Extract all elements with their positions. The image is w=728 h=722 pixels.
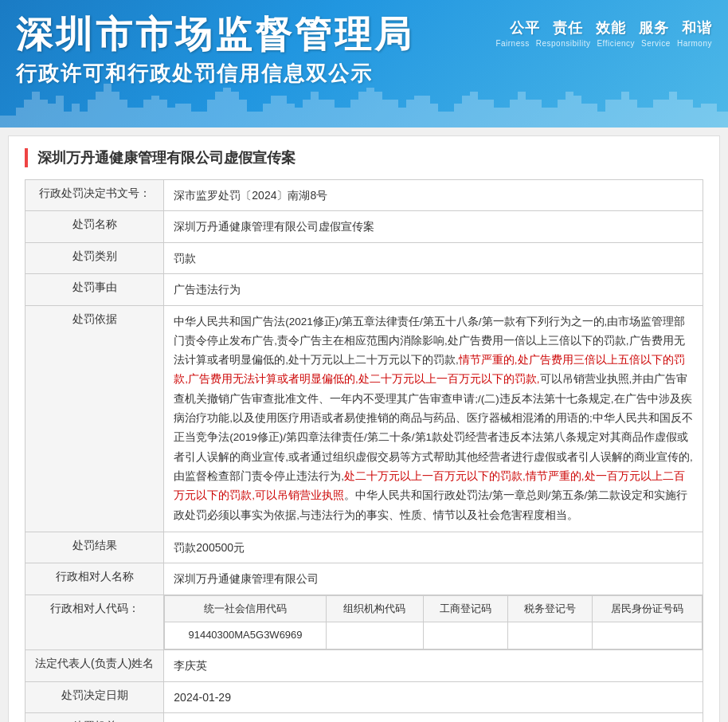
table-row-punishment-type: 处罚类别 罚款 xyxy=(25,242,703,273)
value-en-responsibility: Responsibility xyxy=(536,39,591,48)
case-title: 深圳万丹通健康管理有限公司虚假宣传案 xyxy=(25,148,703,167)
value-responsibility: 责任 xyxy=(553,18,583,37)
value-decision-date: 2024-01-29 xyxy=(164,681,703,712)
main-title: 深圳市市场监督管理局 xyxy=(16,14,495,55)
table-row-counterpart-name: 行政相对人名称 深圳万丹通健康管理有限公司 xyxy=(25,563,703,594)
table-row-punishment-name: 处罚名称 深圳万丹通健康管理有限公司虚假宣传案 xyxy=(25,211,703,242)
table-row-decision-number: 行政处罚决定书文号： 深市监罗处罚〔2024〕南湖8号 xyxy=(25,180,703,211)
value-en-harmony: Harmony xyxy=(677,39,712,48)
value-legal-rep: 李庆英 xyxy=(164,650,703,681)
table-row-authority: 处罚机关 深圳市场监督管理局罗湖监管局 xyxy=(25,712,703,722)
svg-marker-1 xyxy=(0,84,728,128)
basis-text: 中华人民共和国广告法(2021修正)/第五章法律责任/第五十八条/第一款有下列行… xyxy=(174,312,693,525)
label-decision-number: 行政处罚决定书文号： xyxy=(25,180,164,211)
value-en-efficiency: Efficiency xyxy=(597,39,635,48)
label-decision-date: 处罚决定日期 xyxy=(25,681,164,712)
value-harmony: 和谐 xyxy=(682,18,712,37)
value-punishment-name: 深圳万丹通健康管理有限公司虚假宣传案 xyxy=(164,211,703,242)
table-row-counterpart-code: 行政相对人代码： 统一社会信用代码 组织机构代码 工商登记码 税务登记号 居民身… xyxy=(25,594,703,650)
label-authority: 处罚机关 xyxy=(25,712,164,722)
header-values: 公平 责任 效能 服务 和谐 Fairness Responsibility E… xyxy=(495,14,712,48)
label-punishment-name: 处罚名称 xyxy=(25,211,164,242)
table-row-punishment-basis: 处罚依据 中华人民共和国广告法(2021修正)/第五章法律责任/第五十八条/第一… xyxy=(25,305,703,532)
value-punishment-reason: 广告违法行为 xyxy=(164,274,703,305)
table-row-legal-rep: 法定代表人(负责人)姓名 李庆英 xyxy=(25,650,703,681)
table-row-punishment-reason: 处罚事由 广告违法行为 xyxy=(25,274,703,305)
sub-value-tax xyxy=(507,622,592,649)
value-efficiency: 效能 xyxy=(596,18,626,37)
label-punishment-basis: 处罚依据 xyxy=(25,305,164,532)
sub-value-org xyxy=(326,622,423,649)
sub-header-biz: 工商登记码 xyxy=(423,595,507,622)
value-decision-number: 深市监罗处罚〔2024〕南湖8号 xyxy=(164,180,703,211)
value-fairness: 公平 xyxy=(510,18,540,37)
table-row-decision-date: 处罚决定日期 2024-01-29 xyxy=(25,681,703,712)
table-row-punishment-result: 处罚结果 罚款200500元 xyxy=(25,532,703,563)
label-punishment-result: 处罚结果 xyxy=(25,532,164,563)
sub-value-biz xyxy=(423,622,507,649)
value-punishment-result: 罚款200500元 xyxy=(164,532,703,563)
value-authority: 深圳市场监督管理局罗湖监管局 xyxy=(164,712,703,722)
sub-header-org: 组织机构代码 xyxy=(326,595,423,622)
sub-header-tax: 税务登记号 xyxy=(507,595,592,622)
label-legal-rep: 法定代表人(负责人)姓名 xyxy=(25,650,164,681)
sub-table-codes: 统一社会信用代码 组织机构代码 工商登记码 税务登记号 居民身份证号码 9144… xyxy=(164,595,703,650)
header-titles: 深圳市市场监督管理局 行政许可和行政处罚信用信息双公示 xyxy=(16,14,495,88)
sub-table-values-row: 91440300MA5G3W6969 xyxy=(165,622,703,649)
header: 深圳市市场监督管理局 行政许可和行政处罚信用信息双公示 公平 责任 效能 服务 … xyxy=(0,0,728,128)
sub-title: 行政许可和行政处罚信用信息双公示 xyxy=(16,60,495,88)
value-service: 服务 xyxy=(639,18,669,37)
sub-table-header-row: 统一社会信用代码 组织机构代码 工商登记码 税务登记号 居民身份证号码 xyxy=(165,595,703,622)
info-table: 行政处罚决定书文号： 深市监罗处罚〔2024〕南湖8号 处罚名称 深圳万丹通健康… xyxy=(25,179,703,722)
main-content: 深圳万丹通健康管理有限公司虚假宣传案 行政处罚决定书文号： 深市监罗处罚〔202… xyxy=(8,135,720,722)
sub-header-id: 居民身份证号码 xyxy=(592,595,702,622)
label-counterpart-name: 行政相对人名称 xyxy=(25,563,164,594)
sub-header-unified: 统一社会信用代码 xyxy=(165,595,326,622)
sub-value-unified: 91440300MA5G3W6969 xyxy=(165,622,326,649)
label-counterpart-code: 行政相对人代码： xyxy=(25,594,164,650)
value-en-service: Service xyxy=(641,39,671,48)
label-punishment-reason: 处罚事由 xyxy=(25,274,164,305)
label-punishment-type: 处罚类别 xyxy=(25,242,164,273)
value-counterpart-code: 统一社会信用代码 组织机构代码 工商登记码 税务登记号 居民身份证号码 9144… xyxy=(164,594,703,650)
value-punishment-basis: 中华人民共和国广告法(2021修正)/第五章法律责任/第五十八条/第一款有下列行… xyxy=(164,305,703,532)
value-en-fairness: Fairness xyxy=(495,39,529,48)
value-punishment-type: 罚款 xyxy=(164,242,703,273)
value-counterpart-name: 深圳万丹通健康管理有限公司 xyxy=(164,563,703,594)
sub-value-id xyxy=(592,622,702,649)
